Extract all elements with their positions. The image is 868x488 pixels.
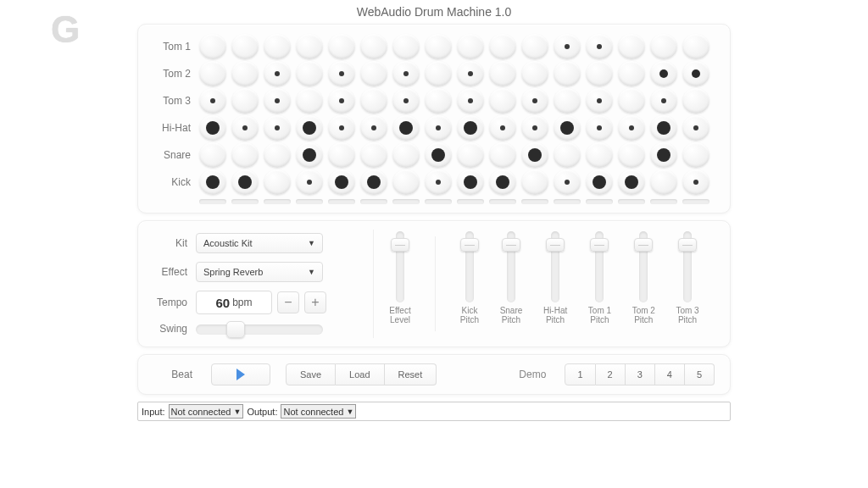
step-cell[interactable]	[264, 142, 291, 168]
step-cell[interactable]	[554, 61, 581, 86]
step-cell[interactable]	[392, 142, 420, 168]
step-cell[interactable]	[618, 34, 645, 59]
step-cell[interactable]	[360, 142, 387, 168]
step-cell[interactable]	[457, 61, 484, 86]
step-cell[interactable]	[682, 61, 709, 86]
step-cell[interactable]	[328, 142, 355, 168]
step-cell[interactable]	[199, 34, 226, 59]
step-cell[interactable]	[650, 115, 677, 141]
step-cell[interactable]	[618, 142, 645, 168]
step-cell[interactable]	[296, 142, 323, 168]
step-cell[interactable]	[425, 142, 452, 168]
slider-thumb[interactable]	[590, 238, 609, 252]
vertical-slider[interactable]	[683, 231, 692, 302]
step-cell[interactable]	[521, 88, 548, 114]
step-cell[interactable]	[199, 169, 226, 195]
step-cell[interactable]	[392, 115, 420, 141]
step-cell[interactable]	[296, 61, 323, 86]
step-cell[interactable]	[425, 88, 452, 114]
step-cell[interactable]	[489, 34, 516, 59]
step-cell[interactable]	[554, 34, 581, 59]
step-cell[interactable]	[328, 61, 355, 86]
step-cell[interactable]	[328, 88, 355, 114]
step-cell[interactable]	[521, 34, 548, 59]
swing-thumb[interactable]	[226, 321, 245, 338]
step-cell[interactable]	[199, 61, 226, 86]
step-cell[interactable]	[586, 142, 613, 168]
step-cell[interactable]	[521, 61, 548, 86]
step-cell[interactable]	[618, 169, 645, 195]
step-cell[interactable]	[360, 169, 387, 195]
step-cell[interactable]	[618, 61, 645, 86]
vertical-slider[interactable]	[507, 231, 515, 302]
slider-thumb[interactable]	[502, 238, 520, 252]
step-cell[interactable]	[296, 34, 323, 59]
step-cell[interactable]	[489, 88, 516, 114]
step-cell[interactable]	[231, 142, 259, 168]
step-cell[interactable]	[296, 115, 323, 141]
swing-slider[interactable]	[196, 324, 323, 335]
vertical-slider[interactable]	[639, 231, 648, 302]
step-cell[interactable]	[199, 88, 226, 114]
step-cell[interactable]	[392, 34, 420, 59]
demo-button-4[interactable]: 4	[655, 363, 685, 385]
step-cell[interactable]	[489, 61, 516, 86]
tempo-decrease-button[interactable]: −	[277, 291, 299, 313]
step-cell[interactable]	[296, 169, 323, 195]
step-cell[interactable]	[457, 34, 484, 59]
step-cell[interactable]	[425, 61, 452, 86]
step-cell[interactable]	[489, 115, 516, 141]
step-cell[interactable]	[554, 169, 581, 195]
input-select[interactable]: Not connected	[169, 404, 244, 419]
step-cell[interactable]	[199, 142, 226, 168]
step-cell[interactable]	[521, 169, 548, 195]
effect-select[interactable]: Spring Reverb	[196, 262, 323, 282]
output-select[interactable]: Not connected	[281, 404, 356, 419]
step-cell[interactable]	[682, 34, 709, 59]
save-button[interactable]: Save	[286, 363, 336, 385]
step-cell[interactable]	[650, 142, 677, 168]
step-cell[interactable]	[360, 88, 387, 114]
step-cell[interactable]	[489, 169, 516, 195]
vertical-slider[interactable]	[465, 231, 474, 302]
step-cell[interactable]	[457, 169, 484, 195]
step-cell[interactable]	[328, 169, 355, 195]
step-cell[interactable]	[425, 34, 452, 59]
step-cell[interactable]	[231, 169, 259, 195]
step-cell[interactable]	[650, 61, 677, 86]
step-cell[interactable]	[231, 61, 259, 86]
slider-thumb[interactable]	[546, 238, 565, 252]
step-cell[interactable]	[682, 115, 709, 141]
vertical-slider[interactable]	[396, 231, 404, 302]
demo-button-1[interactable]: 1	[565, 363, 595, 385]
step-cell[interactable]	[360, 61, 387, 86]
step-cell[interactable]	[264, 34, 291, 59]
step-cell[interactable]	[199, 115, 226, 141]
step-cell[interactable]	[328, 34, 355, 59]
step-cell[interactable]	[586, 115, 613, 141]
step-cell[interactable]	[682, 88, 709, 114]
step-cell[interactable]	[521, 115, 548, 141]
step-cell[interactable]	[392, 88, 420, 114]
slider-thumb[interactable]	[391, 238, 409, 252]
step-cell[interactable]	[586, 88, 613, 114]
slider-thumb[interactable]	[634, 238, 653, 252]
step-cell[interactable]	[521, 142, 548, 168]
step-cell[interactable]	[586, 169, 613, 195]
step-cell[interactable]	[264, 88, 291, 114]
vertical-slider[interactable]	[595, 231, 604, 302]
slider-thumb[interactable]	[460, 238, 479, 252]
step-cell[interactable]	[457, 88, 484, 114]
step-cell[interactable]	[682, 142, 709, 168]
demo-button-5[interactable]: 5	[685, 363, 715, 385]
step-cell[interactable]	[618, 88, 645, 114]
step-cell[interactable]	[682, 169, 709, 195]
demo-button-2[interactable]: 2	[596, 363, 626, 385]
step-cell[interactable]	[457, 115, 484, 141]
kit-select[interactable]: Acoustic Kit	[196, 233, 323, 253]
step-cell[interactable]	[489, 142, 516, 168]
demo-button-3[interactable]: 3	[626, 363, 655, 385]
step-cell[interactable]	[264, 61, 291, 86]
step-cell[interactable]	[586, 34, 613, 59]
step-cell[interactable]	[425, 115, 452, 141]
